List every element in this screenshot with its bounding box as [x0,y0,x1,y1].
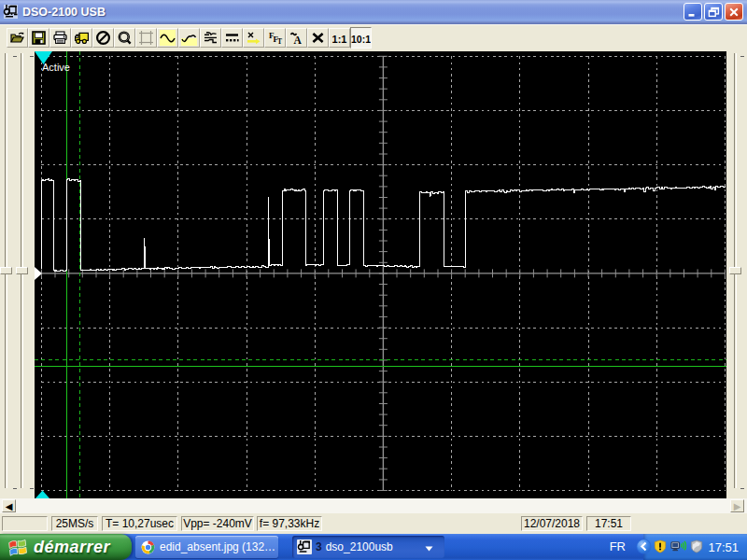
svg-text:T: T [277,37,282,46]
svg-text:10:1: 10:1 [351,34,371,45]
svg-text:A: A [294,35,303,46]
svg-text:1:1: 1:1 [332,34,347,45]
svg-text:Active: Active [42,62,70,73]
